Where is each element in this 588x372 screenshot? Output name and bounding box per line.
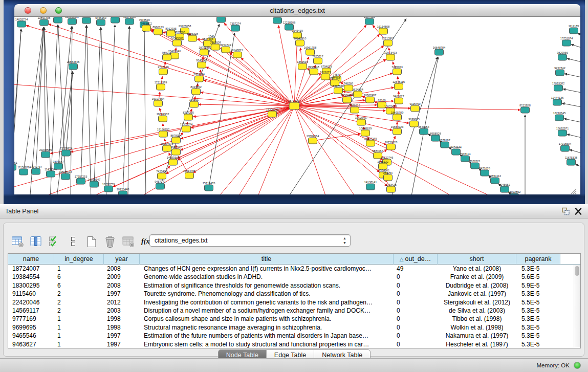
graph-node[interactable] [159, 131, 168, 137]
graph-node[interactable] [344, 85, 353, 91]
graph-node[interactable] [314, 58, 322, 64]
table-row[interactable]: 946362711997Embryonic stem cells: a mode… [8, 340, 580, 348]
graph-node[interactable] [14, 164, 16, 170]
graph-node[interactable] [231, 25, 240, 31]
graph-node[interactable] [461, 156, 470, 162]
graph-node[interactable] [435, 49, 444, 55]
graph-node[interactable] [185, 172, 194, 179]
graph-node[interactable] [41, 151, 50, 158]
graph-node[interactable] [222, 47, 230, 53]
graph-node[interactable] [173, 40, 182, 46]
graph-node[interactable] [82, 17, 91, 24]
graph-node[interactable] [182, 126, 191, 132]
resize-grip-icon[interactable] [571, 189, 576, 194]
graph-node[interactable] [104, 186, 113, 192]
graph-node[interactable] [111, 17, 120, 23]
graph-node[interactable] [159, 116, 167, 122]
graph-node[interactable] [163, 54, 171, 60]
graph-node[interactable] [357, 119, 366, 125]
network-window-titlebar[interactable]: citations_edges.txt [14, 4, 580, 17]
delete-column-icon[interactable] [103, 235, 117, 249]
graph-node[interactable] [163, 145, 171, 151]
graph-node[interactable] [395, 83, 403, 90]
graph-node[interactable] [386, 54, 395, 60]
column-header-out_de[interactable]: △out_de… [394, 254, 438, 265]
graph-node[interactable] [361, 130, 370, 136]
memory-status-indicator[interactable] [574, 362, 581, 369]
graph-node[interactable] [77, 178, 85, 184]
graph-node[interactable] [384, 174, 393, 181]
graph-node[interactable] [159, 69, 168, 75]
graph-node[interactable] [90, 181, 99, 187]
graph-node[interactable] [365, 18, 374, 25]
graph-node[interactable] [366, 97, 375, 103]
graph-node[interactable] [452, 149, 461, 155]
graph-node[interactable] [158, 173, 166, 179]
graph-node[interactable] [156, 183, 165, 189]
graph-node[interactable] [387, 186, 396, 192]
graph-node[interactable] [205, 185, 213, 191]
graph-node[interactable] [233, 52, 242, 58]
graph-node[interactable] [97, 19, 105, 26]
table-row[interactable]: 969969511998Structural magnetic resonanc… [8, 323, 580, 332]
graph-node[interactable] [561, 145, 570, 151]
column-header-year[interactable]: year [104, 254, 140, 265]
graph-node[interactable] [556, 70, 564, 76]
row-height-icon[interactable] [66, 235, 80, 249]
graph-node[interactable] [188, 35, 197, 41]
graph-node[interactable] [289, 102, 299, 110]
graph-node[interactable] [190, 101, 199, 107]
graph-node[interactable] [379, 28, 388, 34]
graph-node[interactable] [125, 18, 134, 25]
graph-node[interactable] [431, 135, 440, 141]
graph-node[interactable] [321, 74, 330, 80]
graph-node[interactable] [310, 69, 318, 75]
graph-node[interactable] [441, 142, 449, 148]
graph-node[interactable] [554, 85, 563, 91]
column-header-name[interactable]: name [8, 254, 54, 265]
graph-node[interactable] [119, 191, 127, 194]
graph-node[interactable] [343, 97, 352, 103]
table-row[interactable]: 1872400712008Changes of HCN gene express… [8, 265, 580, 273]
graph-node[interactable] [393, 128, 402, 135]
graph-node[interactable] [570, 28, 578, 34]
graph-node[interactable] [558, 54, 567, 60]
table-row[interactable]: 946554611997Estimation of the future num… [8, 332, 580, 340]
graph-node[interactable] [62, 150, 71, 156]
table-row[interactable]: 977716911998Corpus callosum shape and si… [8, 315, 580, 323]
graph-node[interactable] [142, 25, 151, 31]
graph-node[interactable] [420, 128, 428, 135]
new-column-icon[interactable] [84, 235, 98, 249]
graph-node[interactable] [410, 121, 419, 127]
table-row[interactable]: 1830029562008Estimation of significance … [8, 281, 580, 290]
table-row[interactable]: 2242004622012Investigating the contribut… [8, 298, 580, 307]
graph-node[interactable] [19, 169, 28, 175]
graph-node[interactable] [195, 76, 204, 82]
graph-node[interactable] [395, 98, 403, 104]
graph-node[interactable] [69, 63, 78, 70]
graph-node[interactable] [157, 84, 165, 90]
graph-node[interactable] [268, 111, 277, 117]
graph-node[interactable] [562, 40, 571, 46]
graph-node[interactable] [558, 130, 567, 136]
graph-node[interactable] [296, 40, 304, 46]
vertical-scrollbar[interactable] [574, 265, 580, 347]
graph-node[interactable] [68, 18, 77, 25]
column-header-pagerank[interactable]: pagerank [516, 254, 560, 265]
graph-node[interactable] [334, 87, 343, 94]
select-rows-icon[interactable] [48, 235, 61, 249]
graph-node[interactable] [217, 17, 226, 23]
graph-node[interactable] [32, 168, 40, 174]
table-row[interactable]: 1938455462009Genome-wide association stu… [8, 273, 580, 281]
table-row[interactable]: 1456911722003Disruption of a novel membe… [8, 307, 580, 315]
network-graph[interactable]: 1405573422891406200537191005532571527602… [14, 17, 580, 194]
graph-node[interactable] [481, 170, 489, 176]
graph-node[interactable] [54, 17, 62, 23]
graph-node[interactable] [471, 163, 480, 169]
column-header-short[interactable]: short [438, 254, 516, 265]
delete-table-icon-disabled[interactable] [121, 235, 135, 249]
graph-node[interactable] [169, 159, 178, 165]
graph-node[interactable] [47, 171, 55, 177]
float-window-icon[interactable] [561, 207, 571, 215]
graph-node[interactable] [510, 193, 519, 194]
